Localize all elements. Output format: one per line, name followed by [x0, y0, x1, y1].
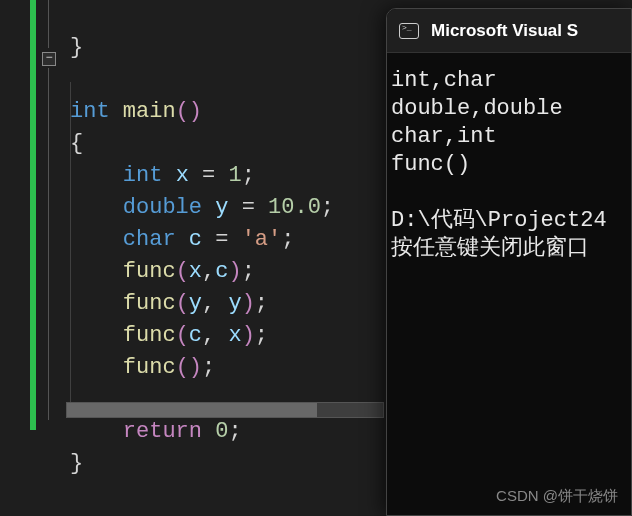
lparen: (: [176, 291, 189, 316]
eq: =: [215, 227, 228, 252]
semi: ;: [242, 259, 255, 284]
semi: ;: [202, 355, 215, 380]
fn-func: func: [123, 291, 176, 316]
kw-return: return: [123, 419, 202, 444]
brace-open: {: [70, 131, 83, 156]
console-line: int,char: [391, 68, 497, 93]
lparen: (: [176, 323, 189, 348]
comma: ,: [202, 259, 215, 284]
arg-x: x: [228, 323, 241, 348]
arg-y: y: [189, 291, 202, 316]
arg-y: y: [228, 291, 241, 316]
horizontal-scrollbar[interactable]: [66, 402, 384, 418]
arg-x: x: [189, 259, 202, 284]
lparen: (: [176, 259, 189, 284]
semi: ;: [228, 419, 241, 444]
rparen: ): [189, 99, 202, 124]
var-y: y: [215, 195, 228, 220]
var-c: c: [189, 227, 202, 252]
change-indicator: [30, 0, 36, 430]
rparen: ): [228, 259, 241, 284]
semi: ;: [255, 323, 268, 348]
arg-c: c: [215, 259, 228, 284]
fn-func: func: [123, 259, 176, 284]
console-output: int,char double,double char,int func() D…: [387, 53, 631, 263]
fold-toggle[interactable]: −: [42, 52, 56, 66]
fold-line: [48, 68, 49, 420]
console-line: D:\代码\Project24: [391, 208, 607, 233]
fn-func: func: [123, 355, 176, 380]
comma: ,: [202, 323, 215, 348]
brace-close: }: [70, 451, 83, 476]
kw-double: double: [123, 195, 202, 220]
scrollbar-thumb[interactable]: [67, 403, 317, 417]
console-line: 按任意键关闭此窗口: [391, 236, 589, 261]
fold-gutter: −: [42, 0, 66, 430]
rparen: ): [242, 291, 255, 316]
console-titlebar[interactable]: Microsoft Visual S: [387, 9, 631, 53]
console-line: char,int: [391, 124, 497, 149]
comma: ,: [202, 291, 215, 316]
lparen: (: [176, 355, 189, 380]
fold-line: [48, 0, 49, 48]
brace-close-prev: }: [70, 35, 83, 60]
rparen: ): [189, 355, 202, 380]
console-line: double,double: [391, 96, 563, 121]
eq: =: [242, 195, 255, 220]
fn-main: main: [123, 99, 176, 124]
semi: ;: [242, 163, 255, 188]
char-a: 'a': [242, 227, 282, 252]
kw-int: int: [123, 163, 163, 188]
kw-int: int: [70, 99, 110, 124]
var-x: x: [176, 163, 189, 188]
terminal-icon: [399, 23, 419, 39]
console-title: Microsoft Visual S: [431, 21, 578, 41]
kw-char: char: [123, 227, 176, 252]
rparen: ): [242, 323, 255, 348]
lparen: (: [176, 99, 189, 124]
num-0: 0: [215, 419, 228, 444]
semi: ;: [255, 291, 268, 316]
fn-func: func: [123, 323, 176, 348]
semi: ;: [281, 227, 294, 252]
watermark: CSDN @饼干烧饼: [496, 487, 618, 506]
num-10: 10.0: [268, 195, 321, 220]
console-line: func(): [391, 152, 470, 177]
arg-c: c: [189, 323, 202, 348]
eq: =: [202, 163, 215, 188]
num-1: 1: [228, 163, 241, 188]
console-window[interactable]: Microsoft Visual S int,char double,doubl…: [386, 8, 632, 516]
semi: ;: [321, 195, 334, 220]
